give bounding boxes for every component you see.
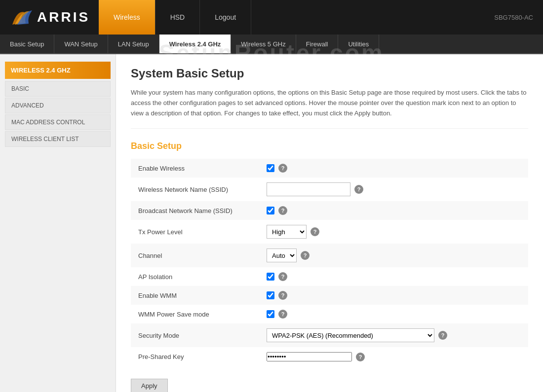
tab-utilities[interactable]: Utilities (338, 35, 379, 53)
ssid-help-icon[interactable]: ? (354, 185, 363, 194)
tab-wireless-24ghz[interactable]: Wireless 2.4 GHz (159, 35, 232, 53)
field-label-tx-power: Tx Power Level (131, 220, 259, 244)
field-label-enable-wireless: Enable Wireless (131, 159, 259, 178)
nav-logout[interactable]: Logout (200, 0, 251, 35)
section-title: Basic Setup (131, 141, 528, 151)
table-row: Pre-Shared Key ? (131, 347, 528, 366)
tab-basic-setup[interactable]: Basic Setup (0, 35, 54, 53)
device-model: SBG7580-AC (494, 14, 543, 21)
table-row: WMM Power Save mode ? (131, 305, 528, 323)
field-label-wmm-power-save: WMM Power Save mode (131, 305, 259, 323)
tab-wan-setup[interactable]: WAN Setup (54, 35, 108, 53)
field-label-enable-wmm: Enable WMM (131, 286, 259, 305)
field-label-ap-isolation: AP Isolation (131, 267, 259, 286)
ap-isolation-control: ? (267, 272, 521, 281)
sidebar: WIRELESS 2.4 GHZ BASIC ADVANCED MAC ADDR… (0, 54, 116, 392)
tab-bar: Basic Setup WAN Setup LAN Setup Wireless… (0, 35, 543, 54)
table-row: Broadcast Network Name (SSID) ? (131, 201, 528, 220)
security-mode-select[interactable]: None WEP WPA-PSK (TKIP) WPA2-PSK (AES) (… (267, 328, 434, 342)
channel-select[interactable]: Auto 123 456 789 1011 (267, 249, 297, 262)
tx-power-help-icon[interactable]: ? (310, 227, 319, 236)
sidebar-item-advanced[interactable]: ADVANCED (5, 98, 111, 113)
sidebar-header[interactable]: WIRELESS 2.4 GHZ (5, 62, 111, 79)
pre-shared-key-control: ? (267, 352, 521, 361)
content-area: System Basic Setup While your system has… (116, 54, 543, 392)
logo-swoosh-icon (10, 7, 35, 27)
table-row: Security Mode None WEP WPA-PSK (TKIP) WP… (131, 323, 528, 347)
tx-power-control: Low Medium High ? (267, 225, 521, 239)
main-layout: WIRELESS 2.4 GHZ BASIC ADVANCED MAC ADDR… (0, 54, 543, 392)
enable-wmm-checkbox[interactable] (267, 291, 274, 299)
enable-wireless-help-icon[interactable]: ? (278, 164, 287, 173)
table-row: Enable WMM ? (131, 286, 528, 305)
enable-wmm-control: ? (267, 291, 521, 300)
broadcast-ssid-checkbox[interactable] (267, 207, 274, 214)
broadcast-ssid-help-icon[interactable]: ? (278, 206, 287, 215)
top-menu: Wireless HSD Logout (99, 0, 494, 35)
tab-firewall[interactable]: Firewall (296, 35, 339, 53)
apply-button[interactable]: Apply (131, 379, 168, 392)
channel-help-icon[interactable]: ? (301, 251, 310, 260)
brand-name: ARRIS (37, 9, 90, 25)
arris-logo: ARRIS (10, 7, 90, 27)
form-table: Enable Wireless ? Wireless Network Name … (131, 159, 528, 366)
enable-wireless-control: ? (267, 164, 521, 173)
field-label-broadcast-ssid: Broadcast Network Name (SSID) (131, 201, 259, 220)
ssid-input[interactable] (267, 182, 350, 196)
nav-hsd[interactable]: HSD (155, 0, 200, 35)
tab-lan-setup[interactable]: LAN Setup (108, 35, 159, 53)
wmm-power-save-control: ? (267, 310, 521, 319)
table-row: Enable Wireless ? (131, 159, 528, 178)
top-navigation: ARRIS Wireless HSD Logout SBG7580-AC (0, 0, 543, 35)
table-row: Channel Auto 123 456 789 1011 ? (131, 244, 528, 267)
enable-wireless-checkbox[interactable] (267, 164, 274, 172)
tab-wireless-5ghz[interactable]: Wireless 5 GHz (231, 35, 296, 53)
table-row: AP Isolation ? (131, 267, 528, 286)
field-label-security-mode: Security Mode (131, 323, 259, 347)
sidebar-item-basic[interactable]: BASIC (5, 81, 111, 97)
ap-isolation-help-icon[interactable]: ? (278, 272, 287, 281)
pre-shared-key-input[interactable] (267, 352, 352, 361)
sidebar-item-mac-address-control[interactable]: MAC ADDRESS CONTROL (5, 114, 111, 130)
sidebar-item-wireless-client-list[interactable]: WIRELESS CLIENT LIST (5, 131, 111, 147)
enable-wmm-help-icon[interactable]: ? (278, 291, 287, 300)
table-row: Tx Power Level Low Medium High ? (131, 220, 528, 244)
field-label-pre-shared-key: Pre-Shared Key (131, 347, 259, 366)
pre-shared-key-help-icon[interactable]: ? (356, 353, 365, 361)
ap-isolation-checkbox[interactable] (267, 273, 274, 281)
tx-power-select[interactable]: Low Medium High (267, 225, 307, 239)
ssid-control: ? (267, 182, 521, 196)
wmm-power-save-help-icon[interactable]: ? (278, 310, 287, 319)
table-row: Wireless Network Name (SSID) ? (131, 178, 528, 201)
field-label-ssid: Wireless Network Name (SSID) (131, 178, 259, 201)
page-title: System Basic Setup (131, 67, 528, 80)
broadcast-ssid-control: ? (267, 206, 521, 215)
wmm-power-save-checkbox[interactable] (267, 310, 274, 318)
channel-control: Auto 123 456 789 1011 ? (267, 249, 521, 262)
security-mode-control: None WEP WPA-PSK (TKIP) WPA2-PSK (AES) (… (267, 328, 521, 342)
logo-area: ARRIS (0, 7, 99, 27)
page-description: While your system has many configuration… (131, 88, 528, 129)
nav-wireless[interactable]: Wireless (99, 0, 155, 35)
security-mode-help-icon[interactable]: ? (438, 331, 447, 340)
field-label-channel: Channel (131, 244, 259, 267)
